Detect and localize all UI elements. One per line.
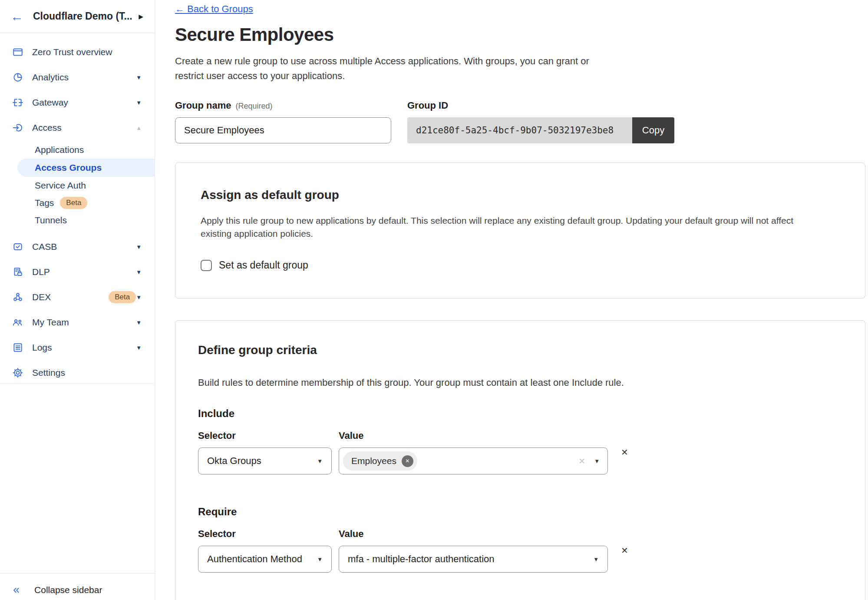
chevron-down-icon[interactable]: ▼ bbox=[136, 294, 142, 301]
chevron-down-icon[interactable]: ▼ bbox=[136, 99, 142, 106]
set-default-checkbox[interactable] bbox=[201, 260, 212, 271]
require-selector-label: Selector bbox=[198, 528, 332, 540]
include-value-multiselect[interactable]: Employees ✕ ✕ ▼ bbox=[339, 448, 608, 474]
require-value-dropdown[interactable]: mfa - multiple-factor authentication ▼ bbox=[339, 546, 608, 573]
sidebar-item-label: DEX bbox=[32, 292, 102, 302]
set-default-checkbox-label: Set as default group bbox=[219, 259, 308, 271]
chevron-up-icon[interactable]: ▲ bbox=[136, 125, 142, 131]
sidebar-item-access-groups[interactable]: Access Groups bbox=[17, 159, 155, 177]
gear-icon bbox=[11, 366, 24, 379]
copy-button[interactable]: Copy bbox=[632, 117, 674, 143]
sidebar: ← Cloudflare Demo (T... ▶ Zero Trust ove… bbox=[0, 0, 155, 600]
sidebar-item-label: Settings bbox=[32, 368, 142, 378]
require-section: Require Selector Authentication Method ▼… bbox=[198, 506, 842, 573]
account-name[interactable]: Cloudflare Demo (T... bbox=[33, 10, 139, 22]
beta-badge: Beta bbox=[109, 291, 136, 303]
analytics-pie-icon bbox=[11, 71, 24, 84]
require-value-label: Value bbox=[339, 528, 608, 540]
criteria-card: Define group criteria Build rules to det… bbox=[175, 320, 865, 600]
back-to-groups-link[interactable]: ← Back to Groups bbox=[175, 3, 253, 15]
collapse-chevrons-icon: « bbox=[13, 584, 20, 596]
back-arrow-icon[interactable]: ← bbox=[10, 10, 23, 23]
default-group-card-title: Assign as default group bbox=[201, 188, 840, 202]
chevron-down-icon[interactable]: ▼ bbox=[136, 319, 142, 326]
collapse-sidebar-label: Collapse sidebar bbox=[34, 585, 102, 595]
require-selector-dropdown[interactable]: Authentication Method ▼ bbox=[198, 546, 332, 573]
main-content: ← Back to Groups Secure Employees Create… bbox=[155, 0, 868, 600]
sidebar-item-dlp[interactable]: DLP ▼ bbox=[0, 259, 155, 285]
remove-require-rule-icon[interactable]: ✕ bbox=[621, 545, 628, 556]
include-selector-label: Selector bbox=[198, 430, 332, 441]
sidebar-item-label: Gateway bbox=[32, 97, 136, 108]
sidebar-item-dex[interactable]: DEX Beta ▼ bbox=[0, 285, 155, 310]
group-id-field-group: Group ID d21ce80f-5a25-4bcf-9b07-5032197… bbox=[407, 100, 674, 143]
sidebar-item-tags[interactable]: Tags Beta bbox=[0, 194, 155, 212]
chip-remove-icon[interactable]: ✕ bbox=[402, 455, 413, 467]
chevron-down-icon[interactable]: ▼ bbox=[136, 74, 142, 81]
required-hint: (Required) bbox=[236, 102, 273, 111]
default-group-card-description: Apply this rule group to new application… bbox=[201, 214, 822, 240]
group-name-input[interactable] bbox=[175, 117, 391, 143]
group-name-field-group: Group name (Required) bbox=[175, 100, 391, 143]
sidebar-item-analytics[interactable]: Analytics ▼ bbox=[0, 65, 155, 90]
sidebar-item-applications[interactable]: Applications bbox=[0, 141, 155, 159]
sidebar-item-label: Logs bbox=[32, 342, 136, 353]
sidebar-item-label: Access bbox=[32, 123, 136, 133]
sidebar-item-gateway[interactable]: Gateway ▼ bbox=[0, 90, 155, 115]
beta-badge: Beta bbox=[60, 197, 87, 209]
collapse-sidebar-button[interactable]: « Collapse sidebar bbox=[0, 573, 155, 600]
sidebar-item-label: Analytics bbox=[32, 72, 136, 83]
group-form-row: Group name (Required) Group ID d21ce80f-… bbox=[175, 100, 865, 143]
gateway-icon bbox=[11, 96, 24, 109]
include-selector-value: Okta Groups bbox=[207, 455, 317, 467]
require-heading: Require bbox=[198, 506, 842, 518]
clear-values-icon[interactable]: ✕ bbox=[578, 456, 585, 466]
sidebar-item-logs[interactable]: Logs ▼ bbox=[0, 335, 155, 360]
dlp-document-lock-icon bbox=[11, 265, 24, 278]
default-group-card: Assign as default group Apply this rule … bbox=[175, 162, 865, 298]
overview-window-icon bbox=[11, 46, 24, 59]
sidebar-item-casb[interactable]: CASB ▼ bbox=[0, 234, 155, 259]
group-name-label: Group name bbox=[175, 100, 231, 111]
access-login-icon bbox=[11, 121, 24, 134]
require-selector-value: Authentication Method bbox=[207, 554, 317, 565]
sidebar-item-zero-trust-overview[interactable]: Zero Trust overview bbox=[0, 40, 155, 65]
logs-list-icon bbox=[11, 341, 24, 354]
include-selector-dropdown[interactable]: Okta Groups ▼ bbox=[198, 448, 332, 474]
sidebar-item-label: My Team bbox=[32, 317, 136, 328]
sidebar-item-my-team[interactable]: My Team ▼ bbox=[0, 310, 155, 335]
sidebar-nav: Zero Trust overview Analytics ▼ Gateway … bbox=[0, 33, 155, 384]
group-id-value: d21ce80f-5a25-4bcf-9b07-5032197e3be8 bbox=[407, 117, 632, 143]
remove-include-rule-icon[interactable]: ✕ bbox=[621, 447, 628, 457]
sidebar-item-label: CASB bbox=[32, 242, 136, 252]
access-sub-list: Applications Access Groups Service Auth … bbox=[0, 141, 155, 229]
chevron-down-icon[interactable]: ▼ bbox=[136, 345, 142, 351]
sidebar-item-label: DLP bbox=[32, 267, 136, 277]
sidebar-item-label: Tags bbox=[35, 198, 54, 208]
chevron-down-icon: ▼ bbox=[317, 458, 323, 464]
page-description: Create a new rule group to use across mu… bbox=[175, 54, 609, 83]
chevron-down-icon: ▼ bbox=[594, 458, 600, 464]
set-default-group-row[interactable]: Set as default group bbox=[201, 259, 840, 271]
chevron-down-icon: ▼ bbox=[317, 556, 323, 563]
group-id-label: Group ID bbox=[407, 100, 448, 111]
include-value-label: Value bbox=[339, 430, 608, 441]
sidebar-header: ← Cloudflare Demo (T... ▶ bbox=[0, 0, 155, 33]
casb-check-icon bbox=[11, 240, 24, 253]
sidebar-item-label: Zero Trust overview bbox=[32, 47, 142, 57]
sidebar-item-tunnels[interactable]: Tunnels bbox=[0, 212, 155, 229]
sidebar-item-service-auth[interactable]: Service Auth bbox=[0, 177, 155, 194]
chevron-right-icon[interactable]: ▶ bbox=[139, 13, 143, 20]
include-section: Include Selector Okta Groups ▼ Value Emp… bbox=[198, 408, 842, 474]
sidebar-item-settings[interactable]: Settings bbox=[0, 360, 155, 385]
value-chip-label: Employees bbox=[351, 456, 396, 466]
sidebar-item-label: Service Auth bbox=[35, 180, 86, 191]
value-chip: Employees ✕ bbox=[343, 451, 417, 471]
chevron-down-icon[interactable]: ▼ bbox=[136, 244, 142, 250]
chevron-down-icon: ▼ bbox=[593, 556, 599, 563]
criteria-card-description: Build rules to determine membership of t… bbox=[198, 377, 842, 388]
include-heading: Include bbox=[198, 408, 842, 420]
sidebar-item-label: Tunnels bbox=[35, 215, 67, 225]
chevron-down-icon[interactable]: ▼ bbox=[136, 269, 142, 275]
sidebar-item-access[interactable]: Access ▲ bbox=[0, 115, 155, 140]
